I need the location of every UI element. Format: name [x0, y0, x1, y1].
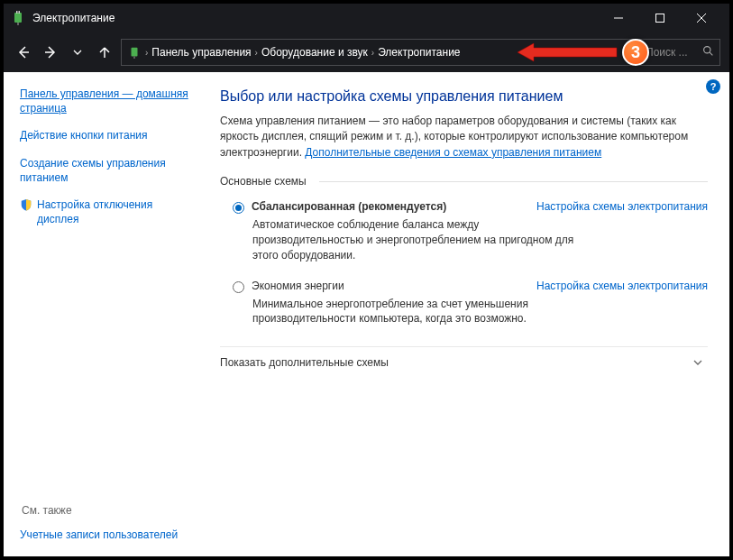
shield-icon [20, 198, 32, 211]
sidebar-link-button-action[interactable]: Действие кнопки питания [20, 128, 193, 142]
radio-powersaver[interactable] [233, 281, 244, 293]
maximize-button[interactable] [639, 4, 681, 32]
breadcrumb-bar[interactable]: › Панель управления › Оборудование и зву… [121, 39, 634, 66]
page-heading: Выбор или настройка схемы управления пит… [220, 88, 708, 105]
breadcrumb-item[interactable]: Электропитание [378, 46, 460, 59]
sidebar-link-display-off[interactable]: Настройка отключения дисплея [20, 197, 193, 226]
nav-forward-button[interactable] [40, 41, 61, 63]
titlebar[interactable]: Электропитание [4, 4, 729, 32]
show-additional-plans-expander[interactable]: Показать дополнительные схемы [220, 346, 708, 378]
search-input[interactable]: Поиск ... [639, 39, 720, 66]
plan-row-balanced: Сбалансированная (рекомендуется) Настрой… [220, 191, 708, 216]
group-label-main-plans: Основные схемы [220, 175, 708, 188]
sidebar-link-user-accounts[interactable]: Учетные записи пользователей [20, 528, 193, 542]
plan-settings-link[interactable]: Настройка схемы электропитания [536, 280, 708, 292]
breadcrumb-item[interactable]: Оборудование и звук [261, 46, 368, 59]
breadcrumb-root-icon [127, 45, 142, 60]
nav-back-button[interactable] [13, 41, 34, 63]
svg-rect-10 [132, 48, 138, 57]
close-button[interactable] [681, 4, 722, 32]
expander-label: Показать дополнительные схемы [220, 356, 389, 369]
svg-rect-0 [14, 13, 22, 23]
plan-row-powersaver: Экономия энергии Настройка схемы электро… [220, 271, 708, 295]
radio-balanced[interactable] [233, 202, 244, 214]
sidebar-footer-label: См. также [20, 504, 193, 517]
svg-rect-1 [16, 11, 18, 14]
plan-name[interactable]: Экономия энергии [252, 280, 344, 292]
plan-settings-link[interactable]: Настройка схемы электропитания [536, 200, 708, 213]
search-placeholder: Поиск ... [646, 46, 688, 59]
window-controls [598, 4, 722, 32]
svg-rect-11 [133, 56, 135, 59]
svg-rect-2 [19, 11, 21, 14]
sidebar: Панель управления — домашняя страница Де… [4, 72, 202, 556]
window-frame: Электропитание [4, 4, 729, 556]
nav-recent-dropdown[interactable] [67, 41, 88, 63]
search-icon [702, 45, 714, 60]
plan-name[interactable]: Сбалансированная (рекомендуется) [252, 200, 446, 213]
svg-rect-5 [656, 14, 664, 23]
app-icon [11, 11, 25, 25]
sidebar-link-create-plan[interactable]: Создание схемы управления питанием [20, 156, 193, 185]
content-area: ? Панель управления — домашняя страница … [4, 72, 729, 556]
breadcrumb-item[interactable]: Панель управления [151, 46, 251, 59]
svg-rect-3 [17, 23, 19, 25]
more-info-link[interactable]: Дополнительные сведения о схемах управле… [305, 146, 601, 159]
nav-up-button[interactable] [94, 41, 115, 63]
chevron-right-icon: › [145, 48, 148, 58]
plan-description: Автоматическое соблюдение баланса между … [220, 216, 708, 270]
chevron-down-icon [692, 356, 704, 369]
svg-line-14 [710, 52, 712, 55]
page-description: Схема управления питанием — это набор па… [220, 114, 708, 161]
main-panel: Выбор или настройка схемы управления пит… [202, 72, 729, 556]
chevron-right-icon: › [371, 48, 374, 58]
help-icon[interactable]: ? [706, 79, 720, 94]
plan-description: Минимальное энергопотребление за счет ум… [220, 295, 708, 335]
chevron-right-icon: › [255, 48, 258, 58]
minimize-button[interactable] [598, 4, 639, 32]
window-title: Электропитание [32, 12, 598, 24]
svg-point-13 [704, 47, 710, 53]
sidebar-home-link[interactable]: Панель управления — домашняя страница [20, 87, 193, 115]
navbar: › Панель управления › Оборудование и зву… [4, 32, 729, 72]
